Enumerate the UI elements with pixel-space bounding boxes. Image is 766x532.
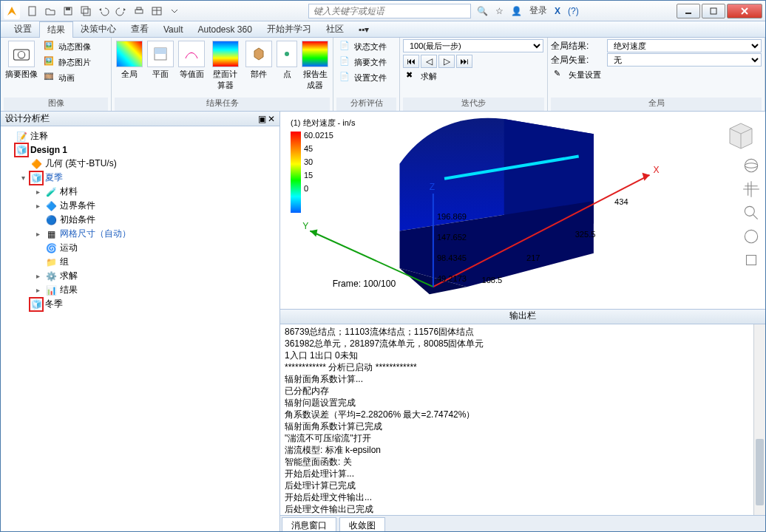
tab-decision[interactable]: 决策中心	[73, 21, 123, 37]
tab-results[interactable]: 结果	[39, 21, 73, 38]
tree-summer[interactable]: ▾🧊夏季	[17, 171, 278, 185]
next-step-button[interactable]: ▷	[438, 55, 455, 68]
static-image-button[interactable]: 🖼️静态图片	[41, 55, 94, 69]
qat-print-icon[interactable]	[131, 3, 147, 19]
app-logo	[4, 3, 20, 19]
pan-icon[interactable]	[742, 180, 761, 199]
qat-redo-icon[interactable]	[113, 3, 129, 19]
iso-button[interactable]: 等值面	[177, 39, 206, 81]
orbit-icon[interactable]	[742, 156, 761, 175]
qat-open-icon[interactable]	[42, 3, 58, 19]
summer-children: ▸🧪材料 ▸🔷边界条件 🔵初始条件 ▸▦网格尺寸（自动） 🌀运动 📁组 ▸⚙️求…	[32, 185, 278, 297]
first-step-button[interactable]: ⏮	[403, 55, 419, 68]
sidebar-title: 设计分析栏	[5, 112, 50, 125]
summary-image-button[interactable]: 摘要图像	[4, 39, 39, 81]
last-step-button[interactable]: ⏭	[456, 55, 472, 68]
tab-start-learn[interactable]: 开始并学习	[260, 21, 319, 37]
tree-motion[interactable]: 🌀运动	[32, 241, 278, 255]
point-button[interactable]: 点	[275, 39, 299, 81]
svg-text:Z: Z	[430, 182, 435, 192]
exchange-icon[interactable]: X	[555, 6, 560, 16]
svg-rect-4	[84, 9, 90, 16]
tree-material[interactable]: ▸🧪材料	[32, 185, 278, 199]
qat-new-icon[interactable]	[24, 3, 41, 19]
design-tree[interactable]: 📝注释 🧊Design 1 🔶几何 (英寸-BTU/s) ▾🧊夏季 ▸🧪材料 ▸…	[1, 126, 279, 531]
zoom-icon[interactable]	[742, 203, 761, 222]
qat-dropdown-icon[interactable]	[166, 3, 183, 19]
geometry-icon: 🔶	[30, 158, 42, 170]
summary-file-icon: 📄	[339, 56, 351, 68]
point-icon	[277, 41, 297, 67]
binoculars-icon[interactable]: 🔍	[477, 6, 488, 16]
prev-step-button[interactable]: ◁	[421, 55, 437, 68]
step-select[interactable]: 100(最后一步)	[403, 39, 543, 52]
qat-grid-icon[interactable]	[149, 3, 165, 19]
svg-marker-24	[310, 229, 317, 236]
report-button[interactable]: 报告生成器	[300, 39, 330, 92]
tree-initial[interactable]: 🔵初始条件	[32, 213, 278, 227]
group-label-image: 图像	[4, 98, 108, 111]
solve-button[interactable]: ✖求解	[403, 69, 544, 83]
output-body[interactable]: 86739总结点；11103流体结点；11576固体结点 361982总单元，2…	[280, 324, 765, 515]
pin-icon[interactable]: ▣	[258, 114, 266, 124]
rotate-icon[interactable]	[742, 227, 761, 246]
plane-button[interactable]: 平面	[146, 39, 175, 81]
design-analysis-panel: 设计分析栏 ▣ ✕ 📝注释 🧊Design 1 🔶几何 (英寸-BTU/s) ▾…	[1, 112, 280, 531]
tab-autodesk360[interactable]: Autodesk 360	[190, 23, 259, 36]
boundary-icon: 🔷	[45, 200, 57, 212]
minimize-button[interactable]	[677, 4, 700, 18]
view-cube[interactable]	[722, 117, 759, 154]
tree-group[interactable]: 📁组	[32, 255, 278, 269]
panel-close-icon[interactable]: ✕	[268, 114, 275, 124]
group-icon: 📁	[45, 256, 57, 268]
tree-results[interactable]: ▸📊结果	[32, 283, 278, 297]
tree-geometry[interactable]: 🔶几何 (英寸-BTU/s)	[17, 157, 278, 171]
tree-winter[interactable]: 🧊冬季	[17, 297, 278, 311]
tab-message-window[interactable]: 消息窗口	[282, 517, 336, 531]
settings-file-icon: 📄	[339, 72, 351, 83]
login-link[interactable]: 登录	[529, 4, 547, 17]
report-icon	[302, 41, 328, 67]
qat-save-icon[interactable]	[60, 3, 76, 19]
viewport-3d[interactable]: (1) 绝对速度 - in/s 60.0215 45 30 15 0	[280, 112, 765, 310]
tab-view[interactable]: 查看	[123, 21, 156, 37]
tab-vault[interactable]: Vault	[156, 23, 190, 36]
summary-file-button[interactable]: 📄摘要文件	[336, 55, 390, 69]
svg-point-41	[745, 230, 757, 242]
tree-boundary[interactable]: ▸🔷边界条件	[32, 199, 278, 213]
dynamic-image-button[interactable]: 🖼️动态图像	[41, 39, 94, 54]
output-title: 输出栏	[280, 310, 765, 324]
tree-mesh[interactable]: ▸▦网格尺寸（自动）	[32, 227, 278, 241]
tab-community[interactable]: 社区	[319, 21, 351, 37]
global-vector-select[interactable]: 无	[607, 53, 762, 66]
global-vector-label: 全局矢量:	[551, 54, 603, 66]
qat-undo-icon[interactable]	[95, 3, 112, 19]
search-input[interactable]	[308, 4, 471, 18]
svg-rect-42	[747, 256, 756, 265]
home-icon[interactable]	[742, 250, 761, 270]
settings-file-button[interactable]: 📄设置文件	[336, 70, 390, 85]
tab-overflow[interactable]: ▪▪▾	[351, 23, 377, 36]
global-result-select[interactable]: 绝对速度	[607, 39, 762, 52]
help-icon[interactable]: (?)	[568, 6, 579, 16]
maximize-button[interactable]	[702, 4, 725, 18]
output-scrollbar[interactable]	[753, 324, 765, 515]
star-icon[interactable]: ☆	[495, 6, 504, 16]
svg-rect-6	[137, 7, 141, 10]
close-button[interactable]	[727, 4, 762, 18]
tree-notes[interactable]: 📝注释	[2, 129, 278, 143]
tab-settings[interactable]: 设置	[7, 21, 39, 37]
tree-solve[interactable]: ▸⚙️求解	[32, 269, 278, 283]
animation-button[interactable]: 🎞️动画	[41, 70, 94, 85]
svg-point-18	[285, 52, 289, 56]
wall-calc-button[interactable]: 壁面计算器	[208, 39, 243, 92]
user-icon[interactable]: 👤	[511, 6, 522, 16]
vector-settings-button[interactable]: ✎矢量设置	[551, 67, 762, 82]
ribbon-tabs: 设置 结果 决策中心 查看 Vault Autodesk 360 开始并学习 社…	[1, 21, 765, 38]
tab-convergence-plot[interactable]: 收敛图	[339, 517, 385, 531]
qat-saveall-icon[interactable]	[78, 3, 94, 19]
status-file-button[interactable]: 📄状态文件	[336, 39, 390, 54]
tree-design[interactable]: 🧊Design 1	[2, 143, 278, 157]
part-button[interactable]: 部件	[244, 39, 274, 81]
global-button[interactable]: 全局	[115, 39, 144, 81]
